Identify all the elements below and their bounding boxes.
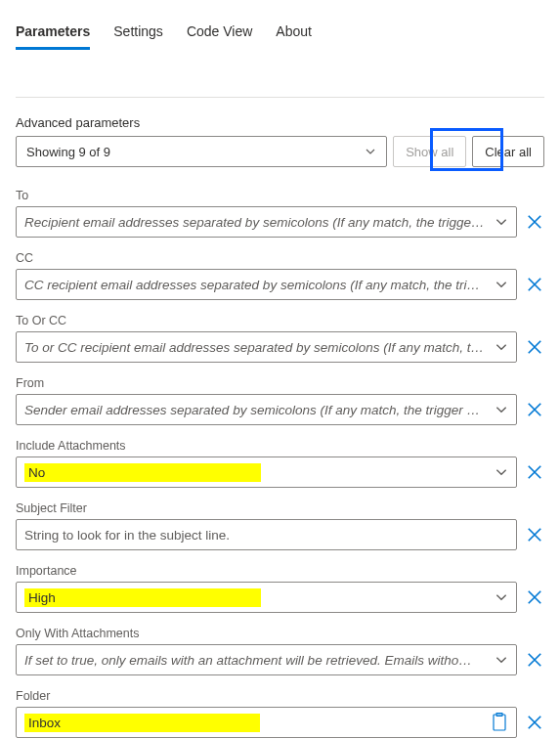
- from-input[interactable]: Sender email addresses separated by semi…: [16, 394, 517, 425]
- chevron-down-icon: [495, 215, 508, 229]
- tab-settings[interactable]: Settings: [113, 16, 163, 49]
- folder-picker-icon[interactable]: [493, 713, 508, 732]
- chevron-down-icon: [495, 653, 508, 667]
- subject-filter-placeholder: String to look for in the subject line.: [24, 528, 508, 543]
- importance-label: Importance: [16, 564, 544, 578]
- only-with-attachments-placeholder: If set to true, only emails with an atta…: [24, 653, 489, 668]
- chevron-down-icon: [365, 146, 376, 157]
- to-input[interactable]: Recipient email addresses separated by s…: [16, 206, 517, 238]
- to-or-cc-placeholder: To or CC recipient email addresses separ…: [24, 340, 489, 355]
- from-label: From: [16, 376, 544, 390]
- tab-about[interactable]: About: [276, 16, 312, 49]
- advanced-parameters-label: Advanced parameters: [16, 115, 544, 130]
- remove-subject-filter-button[interactable]: [525, 525, 544, 544]
- from-placeholder: Sender email addresses separated by semi…: [24, 403, 489, 417]
- advanced-parameters-dropdown[interactable]: Showing 9 of 9: [16, 136, 387, 167]
- subject-filter-label: Subject Filter: [16, 501, 544, 515]
- divider: [16, 97, 544, 98]
- advanced-parameters-value: Showing 9 of 9: [26, 145, 110, 159]
- cc-input[interactable]: CC recipient email addresses separated b…: [16, 269, 517, 300]
- folder-value: Inbox: [24, 714, 260, 732]
- show-all-button[interactable]: Show all: [393, 136, 466, 167]
- folder-label: Folder: [16, 689, 544, 703]
- include-attachments-select[interactable]: No: [16, 456, 517, 488]
- remove-from-button[interactable]: [525, 400, 544, 419]
- remove-to-button[interactable]: [525, 212, 544, 232]
- tab-bar: Parameters Settings Code View About: [16, 16, 544, 50]
- chevron-down-icon: [495, 278, 508, 291]
- remove-cc-button[interactable]: [525, 275, 544, 294]
- remove-to-or-cc-button[interactable]: [525, 337, 544, 357]
- to-placeholder: Recipient email addresses separated by s…: [24, 215, 489, 230]
- importance-value: High: [24, 588, 261, 607]
- clear-all-button[interactable]: Clear all: [472, 136, 544, 167]
- chevron-down-icon: [495, 340, 508, 354]
- subject-filter-input[interactable]: String to look for in the subject line.: [16, 519, 517, 550]
- remove-importance-button[interactable]: [525, 587, 544, 607]
- chevron-down-icon: [495, 590, 508, 604]
- chevron-down-icon: [495, 403, 508, 416]
- svg-rect-0: [494, 715, 505, 730]
- remove-only-with-attachments-button[interactable]: [525, 650, 544, 670]
- only-with-attachments-select[interactable]: If set to true, only emails with an atta…: [16, 644, 517, 675]
- remove-include-attachments-button[interactable]: [525, 462, 544, 482]
- to-label: To: [16, 189, 544, 202]
- tab-parameters[interactable]: Parameters: [16, 16, 90, 49]
- include-attachments-value: No: [24, 463, 261, 482]
- to-or-cc-input[interactable]: To or CC recipient email addresses separ…: [16, 331, 517, 363]
- importance-select[interactable]: High: [16, 582, 517, 613]
- tab-code-view[interactable]: Code View: [187, 16, 252, 49]
- chevron-down-icon: [495, 465, 508, 479]
- cc-label: CC: [16, 251, 544, 265]
- remove-folder-button[interactable]: [525, 713, 544, 732]
- folder-input[interactable]: Inbox: [16, 707, 517, 738]
- only-with-attachments-label: Only With Attachments: [16, 627, 544, 640]
- cc-placeholder: CC recipient email addresses separated b…: [24, 278, 489, 292]
- include-attachments-label: Include Attachments: [16, 439, 544, 453]
- to-or-cc-label: To Or CC: [16, 314, 544, 327]
